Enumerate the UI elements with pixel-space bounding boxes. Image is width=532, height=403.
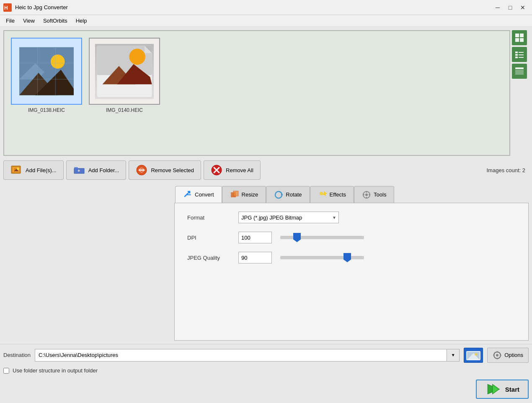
svg-rect-69: [493, 355, 495, 356]
tab-tools[interactable]: Tools: [354, 186, 394, 203]
folder-structure-checkbox[interactable]: [3, 368, 9, 374]
jpeg-slider-thumb[interactable]: [343, 253, 351, 262]
tab-bar: Convert Resize Rotate: [3, 184, 529, 203]
menu-view[interactable]: View: [19, 16, 39, 25]
start-button[interactable]: Start: [476, 380, 529, 399]
remove-selected-button[interactable]: Remove Selected: [129, 160, 201, 180]
image-label-1: IMG_0138.HEIC: [28, 107, 65, 113]
add-folder-button[interactable]: + Add Folder...: [66, 160, 127, 180]
remove-all-button[interactable]: Remove All: [204, 160, 261, 180]
tools-tab-icon: [362, 190, 371, 199]
close-button[interactable]: ✕: [517, 3, 529, 13]
svg-rect-34: [515, 72, 524, 72]
view-thumbnail-button[interactable]: [512, 30, 527, 45]
tab-resize[interactable]: Resize: [222, 186, 266, 203]
image-thumb-2[interactable]: [89, 38, 160, 105]
svg-marker-73: [493, 385, 499, 394]
menu-softorbits[interactable]: SoftOrbits: [39, 16, 72, 25]
image-area: IMG_0138.HEIC: [3, 30, 510, 156]
svg-rect-31: [515, 67, 524, 69]
dpi-slider-thumb[interactable]: [293, 233, 301, 242]
dpi-row: DPI: [187, 232, 516, 243]
svg-rect-70: [500, 355, 501, 356]
destination-input[interactable]: [35, 352, 447, 358]
svg-rect-35: [515, 72, 524, 73]
image-area-wrapper: IMG_0138.HEIC: [3, 30, 529, 156]
start-row: Start: [0, 378, 532, 403]
tab-rotate[interactable]: Rotate: [266, 186, 310, 203]
options-button[interactable]: Options: [487, 348, 529, 363]
image-label-2: IMG_0140.HEIC: [106, 107, 143, 113]
options-gear-icon: [493, 351, 502, 360]
tab-resize-label: Resize: [242, 191, 258, 198]
svg-rect-68: [497, 358, 498, 359]
dpi-label: DPI: [187, 235, 233, 241]
checkbox-row: Use folder structure in output folder: [0, 366, 532, 378]
svg-rect-36: [515, 73, 524, 74]
svg-rect-22: [520, 34, 524, 37]
destination-input-wrapper: ▼: [35, 349, 460, 362]
svg-rect-59: [363, 194, 364, 195]
minimize-button[interactable]: ─: [492, 3, 504, 13]
dpi-slider-track[interactable]: [280, 236, 364, 239]
svg-rect-67: [497, 351, 498, 353]
effects-tab-icon: [318, 190, 327, 199]
image-item-1[interactable]: IMG_0138.HEIC: [11, 38, 82, 113]
svg-rect-24: [520, 38, 524, 42]
tab-effects[interactable]: Effects: [310, 186, 354, 203]
svg-point-18: [129, 49, 145, 65]
convert-tab-icon: [183, 190, 192, 199]
add-folder-label: Add Folder...: [88, 167, 119, 173]
folder-structure-label[interactable]: Use folder structure in output folder: [13, 367, 98, 374]
format-select[interactable]: JPG (*.jpg) JPEG Bitmap PNG (*.png) BMP …: [238, 212, 339, 223]
toolbar-row: Add File(s)... + Add Folder... Remove Se…: [3, 159, 529, 181]
svg-rect-29: [515, 57, 518, 58]
format-select-wrapper: JPG (*.jpg) JPEG Bitmap PNG (*.png) BMP …: [238, 212, 339, 223]
image-thumb-1[interactable]: [11, 38, 82, 105]
add-files-button[interactable]: Add File(s)...: [3, 160, 64, 180]
browse-button[interactable]: [464, 348, 483, 363]
browse-icon: [466, 349, 481, 362]
add-folder-icon: +: [73, 164, 85, 176]
menubar: File View SoftOrbits Help: [0, 15, 532, 27]
view-list-button[interactable]: [512, 47, 527, 62]
resize-tab-icon: [230, 190, 239, 199]
main-content: IMG_0138.HEIC: [0, 27, 532, 344]
tab-effects-label: Effects: [330, 191, 346, 198]
destination-dropdown-button[interactable]: ▼: [447, 349, 459, 361]
menu-file[interactable]: File: [2, 16, 19, 25]
jpeg-quality-input[interactable]: [238, 252, 272, 264]
footer-area: Destination ▼ Options: [0, 344, 532, 403]
svg-rect-26: [519, 52, 524, 53]
svg-text:H: H: [4, 5, 8, 11]
remove-all-icon: [211, 164, 222, 176]
svg-rect-33: [515, 71, 524, 71]
tab-convert-label: Convert: [195, 191, 214, 198]
svg-rect-57: [366, 191, 367, 193]
tab-convert[interactable]: Convert: [175, 186, 222, 203]
svg-rect-58: [366, 197, 367, 199]
svg-point-56: [365, 194, 368, 196]
thumbnail-svg-1: [19, 46, 74, 96]
svg-rect-37: [515, 74, 524, 75]
svg-text:+: +: [77, 168, 80, 173]
thumbnail-svg-2: [95, 43, 154, 100]
svg-point-66: [496, 354, 498, 356]
svg-rect-51: [233, 191, 238, 196]
svg-rect-28: [519, 54, 524, 55]
tab-tools-label: Tools: [374, 191, 386, 198]
window-controls: ─ □ ✕: [492, 3, 529, 13]
maximize-button[interactable]: □: [504, 3, 516, 13]
dpi-input[interactable]: [238, 232, 272, 243]
options-label: Options: [504, 352, 523, 358]
destination-label: Destination: [3, 352, 31, 358]
image-item-2[interactable]: IMG_0140.HEIC: [89, 38, 160, 113]
svg-point-54: [320, 192, 323, 195]
view-details-button[interactable]: [512, 64, 527, 79]
app-icon: H: [3, 3, 12, 12]
jpeg-slider-track[interactable]: [280, 256, 364, 259]
svg-point-7: [51, 54, 65, 69]
add-files-icon: [10, 164, 22, 176]
menu-help[interactable]: Help: [72, 16, 91, 25]
tab-content-convert: Format JPG (*.jpg) JPEG Bitmap PNG (*.pn…: [174, 203, 529, 341]
